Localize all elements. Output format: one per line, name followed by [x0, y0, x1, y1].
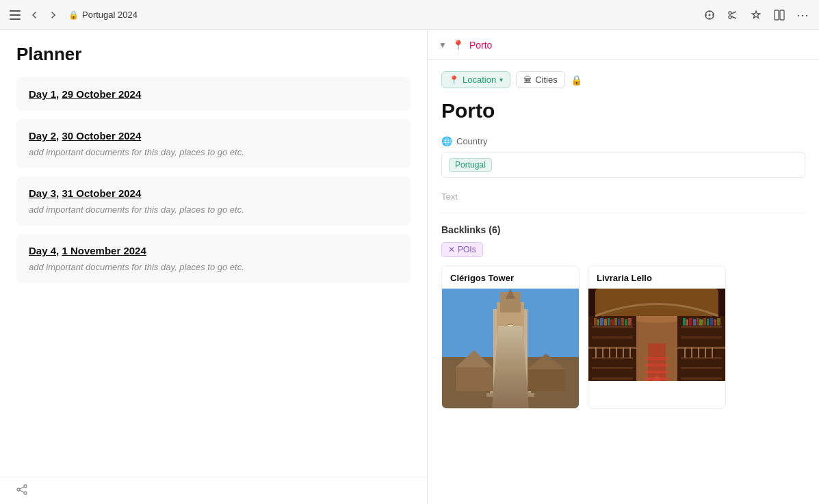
poi-cards-row: Clérigos Tower [441, 265, 805, 409]
svg-rect-29 [502, 357, 509, 367]
svg-rect-54 [604, 319, 607, 326]
lock-icon: 🔒 [68, 10, 79, 20]
svg-rect-72 [686, 319, 688, 326]
svg-point-9 [729, 12, 731, 14]
svg-point-17 [24, 492, 27, 494]
menu-icon[interactable] [8, 8, 22, 22]
right-panel: ▼ 📍 Porto 📍 Location ▾ 🏛 Cities 🔒 Port [428, 30, 819, 504]
topbar: 🔒 Portugal 2024 ⋯ [0, 0, 819, 30]
svg-rect-97 [698, 347, 699, 358]
planner-footer [0, 477, 427, 504]
svg-rect-89 [595, 347, 597, 358]
right-toolbar: 📍 Location ▾ 🏛 Cities 🔒 [441, 71, 805, 88]
svg-rect-43 [592, 326, 633, 328]
location-pin-icon: 📍 [449, 75, 459, 85]
svg-rect-58 [618, 319, 620, 326]
svg-rect-48 [592, 377, 633, 380]
country-tag-container: Portugal [441, 152, 805, 178]
svg-line-18 [20, 487, 24, 489]
location-button[interactable]: 📍 Location ▾ [441, 71, 510, 88]
svg-rect-94 [629, 347, 631, 358]
planner-content: Day 1, 29 October 2024 Day 2, 30 October… [0, 72, 427, 477]
svg-rect-13 [775, 10, 779, 20]
day-3-label: Day 3, [29, 187, 59, 199]
svg-rect-52 [597, 319, 599, 326]
svg-point-15 [24, 485, 27, 488]
svg-rect-36 [528, 369, 565, 391]
text-field-label: Text [441, 191, 805, 202]
day-2-date[interactable]: 30 October 2024 [62, 130, 141, 142]
cities-button[interactable]: 🏛 Cities [516, 71, 565, 88]
day-4-date[interactable]: 1 November 2024 [62, 245, 146, 256]
svg-rect-91 [609, 347, 610, 358]
left-panel: Planner Day 1, 29 October 2024 Day 2, 30… [0, 30, 428, 504]
planner-title: Planner [16, 44, 411, 65]
svg-line-19 [20, 490, 24, 492]
svg-rect-74 [693, 319, 696, 326]
svg-rect-57 [614, 318, 617, 326]
svg-point-26 [505, 324, 516, 335]
svg-rect-33 [486, 393, 534, 397]
country-field-label: 🌐 Country [441, 136, 805, 146]
backlinks-header: Backlinks (6) [441, 224, 805, 235]
poi-card-clerigos-title: Clérigos Tower [442, 266, 579, 289]
svg-rect-27 [502, 343, 509, 353]
right-topbar-pin-icon: 📍 [452, 40, 464, 51]
svg-rect-81 [717, 318, 720, 326]
svg-rect-55 [608, 318, 610, 326]
divider [441, 213, 805, 213]
pin-icon[interactable] [748, 7, 764, 23]
share-icon[interactable] [16, 484, 27, 497]
svg-rect-1 [10, 14, 21, 16]
poi-card-lello-image [588, 289, 725, 381]
day-2-note: add important documents for this day, pl… [29, 147, 398, 157]
svg-rect-14 [780, 10, 784, 20]
svg-point-4 [709, 14, 711, 16]
pois-icon: ✕ [448, 245, 455, 254]
poi-card-lello[interactable]: Livraria Lello [588, 265, 726, 409]
svg-rect-30 [512, 357, 519, 367]
svg-rect-75 [697, 318, 699, 326]
svg-rect-32 [490, 390, 531, 393]
day-2-label: Day 2, [29, 130, 59, 142]
svg-rect-51 [594, 318, 597, 326]
svg-rect-82 [648, 343, 666, 381]
breadcrumb: 🔒 Portugal 2024 [68, 10, 138, 20]
svg-rect-59 [621, 318, 624, 326]
svg-rect-99 [712, 347, 713, 358]
svg-rect-0 [10, 10, 21, 12]
lock-toolbar-icon[interactable]: 🔒 [571, 75, 582, 85]
day-4-label: Day 4, [29, 245, 59, 256]
svg-rect-47 [592, 367, 633, 369]
svg-rect-28 [512, 343, 519, 353]
svg-rect-64 [681, 336, 722, 339]
globe-icon: 🌐 [441, 136, 452, 146]
svg-rect-44 [592, 336, 633, 339]
svg-rect-79 [710, 318, 713, 326]
scissors-icon[interactable] [725, 7, 741, 23]
page-title: Porto [441, 99, 805, 122]
pois-tag[interactable]: ✕ POIs [441, 242, 483, 257]
cursor-icon[interactable] [701, 7, 718, 23]
day-3-date[interactable]: 31 October 2024 [62, 187, 141, 199]
svg-rect-34 [456, 367, 493, 391]
svg-point-16 [17, 488, 20, 491]
svg-rect-66 [681, 357, 722, 359]
back-button[interactable] [27, 8, 41, 22]
country-tag[interactable]: Portugal [449, 158, 492, 172]
poi-card-clerigos[interactable]: Clérigos Tower [441, 265, 580, 409]
forward-button[interactable] [47, 8, 60, 22]
day-3-note: add important documents for this day, pl… [29, 204, 398, 215]
more-icon[interactable]: ⋯ [794, 7, 811, 23]
svg-rect-93 [623, 347, 624, 358]
day-1-title: Day 1, 29 October 2024 [29, 88, 398, 100]
layout-icon[interactable] [771, 7, 788, 23]
svg-line-11 [731, 12, 736, 14]
day-1-date[interactable]: 29 October 2024 [62, 88, 141, 100]
pois-label: POIs [458, 245, 476, 254]
right-topbar-chevron[interactable]: ▼ [439, 40, 447, 50]
svg-rect-92 [616, 347, 617, 358]
cities-building-icon: 🏛 [523, 75, 532, 85]
svg-rect-83 [645, 377, 669, 380]
main-layout: Planner Day 1, 29 October 2024 Day 2, 30… [0, 30, 819, 504]
